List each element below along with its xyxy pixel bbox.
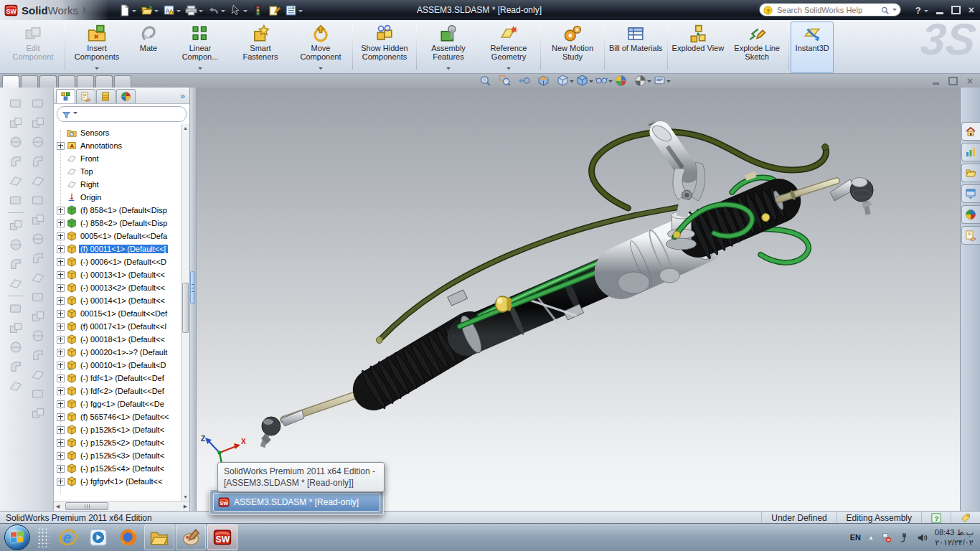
disabled-tool-icon[interactable]	[31, 251, 45, 265]
close-button[interactable]: ×	[969, 5, 974, 15]
command-tab-evaluate[interactable]	[58, 75, 75, 88]
minimize-button[interactable]	[936, 12, 943, 14]
tree-item-fdf-2-default-def[interactable]: (-) fdf<2> (Default<<Def	[57, 385, 189, 397]
make-drawing-button[interactable]: A	[161, 3, 183, 18]
taskbar-grip[interactable]	[37, 527, 50, 547]
tree-item-p152k5-4-default[interactable]: (-) p152k5<4> (Default<	[57, 462, 189, 475]
file-explorer-button[interactable]	[961, 184, 980, 203]
dropdown-caret-icon[interactable]	[176, 10, 181, 14]
tree-item-origin[interactable]: Origin	[57, 191, 189, 204]
disabled-tool-icon[interactable]	[31, 387, 45, 401]
rebuild-button[interactable]	[250, 3, 266, 18]
disabled-tool-icon[interactable]	[9, 154, 23, 169]
expand-icon[interactable]	[57, 142, 65, 150]
ribbon-button-bill-of-materials[interactable]: Bill of Materials	[606, 22, 666, 73]
file-properties-button[interactable]	[283, 3, 305, 18]
expand-icon[interactable]	[57, 297, 65, 305]
expand-icon[interactable]	[57, 284, 65, 292]
tree-filter-field[interactable]	[57, 106, 187, 122]
tree-item-0006-1-default-d[interactable]: (-) 0006<1> (Default<<D	[57, 255, 189, 268]
tree-horizontal-scrollbar[interactable]: ◀ ▶	[54, 501, 189, 511]
paint-button[interactable]	[176, 524, 206, 550]
expand-icon[interactable]	[57, 452, 65, 460]
zoom-fit-button[interactable]	[479, 75, 496, 87]
dropdown-caret-icon[interactable]	[446, 67, 451, 72]
graphics-viewport[interactable]: Z X	[197, 88, 960, 511]
ribbon-button-exploded-view[interactable]: Exploded View	[669, 22, 727, 73]
tree-item-00018-1-default[interactable]: (-) 00018<1> (Default<<	[57, 333, 189, 346]
tree-item-00014-1-default[interactable]: (-) 00014<1> (Default<<	[57, 294, 189, 307]
expand-icon[interactable]	[57, 336, 65, 344]
dropdown-caret-icon[interactable]	[199, 10, 203, 14]
disabled-tool-icon[interactable]	[31, 96, 45, 110]
expand-icon[interactable]	[57, 387, 65, 395]
configuration-manager-button[interactable]	[96, 89, 116, 103]
tree-vertical-scrollbar[interactable]: ▲ ▼	[181, 124, 189, 501]
disabled-tool-icon[interactable]	[9, 340, 23, 354]
expand-icon[interactable]	[57, 220, 65, 227]
zoom-area-button[interactable]	[499, 75, 516, 87]
disabled-tool-icon[interactable]	[9, 359, 23, 374]
solidworks-resources-button[interactable]	[961, 143, 980, 161]
ribbon-button-instant3d[interactable]: Instant3D	[791, 22, 834, 73]
media-player-button[interactable]	[83, 524, 113, 551]
undo-button[interactable]	[205, 3, 227, 18]
expand-icon[interactable]	[57, 465, 65, 473]
disabled-tool-icon[interactable]	[31, 135, 45, 149]
view-orientation-button[interactable]	[557, 75, 574, 87]
fm-tree-button[interactable]	[56, 89, 75, 103]
expand-icon[interactable]	[57, 400, 65, 408]
taskbar-preview-item[interactable]: SW ASSEM3.SLDASM * [Read-only]	[213, 493, 380, 512]
status-help-cell[interactable]: ?	[921, 512, 951, 524]
tree-item-p152k5-3-default[interactable]: (-) p152k5<3> (Default<	[57, 449, 189, 462]
disabled-tool-icon[interactable]	[31, 154, 45, 169]
fm-overflow-button[interactable]: »	[178, 91, 187, 103]
disabled-tool-icon[interactable]	[9, 193, 23, 207]
expand-icon[interactable]	[57, 413, 65, 421]
solidworks-button[interactable]: SW	[207, 524, 237, 550]
ribbon-button-insert-components[interactable]: Insert Components	[67, 22, 127, 73]
start-button[interactable]	[4, 524, 30, 550]
search-input[interactable]	[776, 5, 877, 15]
disabled-tool-icon[interactable]	[31, 270, 45, 285]
disabled-tool-icon[interactable]	[9, 301, 23, 316]
tree-item-p152k5-2-default[interactable]: (-) p152k5<2> (Default<	[57, 436, 189, 449]
expand-icon[interactable]	[57, 362, 65, 369]
expand-icon[interactable]	[57, 426, 65, 434]
dropdown-caret-icon[interactable]	[298, 10, 303, 14]
expand-icon[interactable]	[57, 375, 65, 382]
disabled-tool-icon[interactable]	[31, 290, 45, 304]
dropdown-caret-icon[interactable]	[666, 80, 671, 85]
tree-item-858-2-default-disp[interactable]: (-) 858<2> (Default<Disp	[57, 217, 189, 230]
help-search-box[interactable]: ?	[759, 3, 901, 17]
tree-item-00013-2-default[interactable]: (-) 00013<2> (Default<<	[57, 281, 189, 294]
restore-button[interactable]	[951, 6, 961, 14]
dropdown-caret-icon[interactable]	[95, 67, 99, 72]
tag-icon[interactable]	[961, 513, 971, 523]
power-icon[interactable]	[899, 532, 910, 543]
dropdown-caret-icon[interactable]	[132, 10, 136, 14]
disabled-tool-icon[interactable]	[9, 135, 23, 149]
disabled-tool-icon[interactable]	[31, 348, 45, 362]
display-style-button[interactable]	[576, 75, 593, 87]
disabled-tool-icon[interactable]	[9, 276, 23, 291]
ribbon-button-reference-geometry[interactable]: Reference Geometry	[479, 22, 539, 73]
disabled-tool-icon[interactable]	[9, 237, 23, 252]
ribbon-button-smart-fasteners[interactable]: Smart Fasteners	[230, 22, 291, 73]
tree-item-f-00017-1-default-l[interactable]: (f) 00017<1> (Default<<l	[57, 320, 189, 333]
doc-minimize-button[interactable]	[933, 83, 939, 85]
splitter-handle[interactable]	[190, 271, 195, 304]
section-view-button[interactable]	[537, 75, 555, 87]
custom-properties-button[interactable]	[961, 226, 980, 245]
hide-show-items-button[interactable]	[595, 75, 613, 87]
print-button[interactable]	[183, 3, 205, 18]
volume-icon[interactable]	[917, 532, 928, 543]
ribbon-button-mate[interactable]: Mate	[127, 22, 170, 73]
tree-item-fdf-1-default-def[interactable]: (-) fdf<1> (Default<<Def	[57, 372, 189, 385]
tree-item-00013-1-default[interactable]: (-) 00013<1> (Default<<	[57, 268, 189, 281]
command-tab-sketch[interactable]	[39, 75, 57, 88]
disabled-tool-icon[interactable]	[9, 321, 23, 335]
edit-appearance-button[interactable]	[615, 75, 632, 87]
tree-item-sensors[interactable]: Sensors	[57, 126, 189, 139]
help-dropdown-caret-icon[interactable]	[924, 10, 928, 14]
